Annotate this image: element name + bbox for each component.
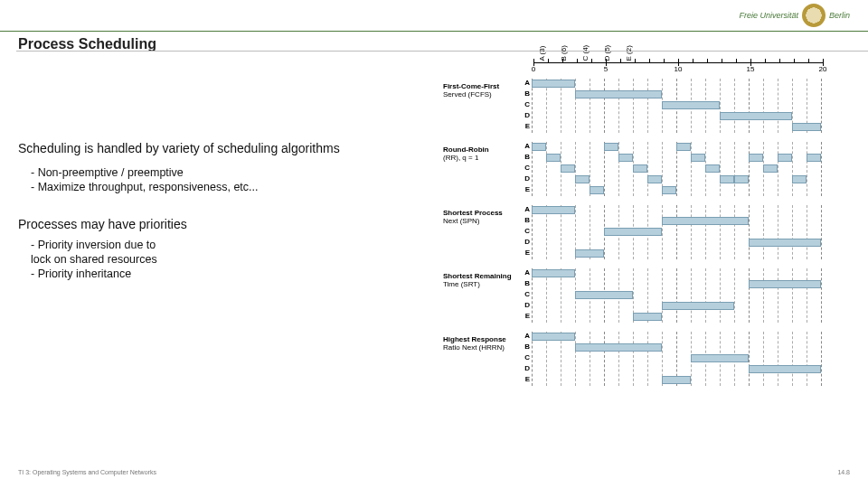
gantt-bar bbox=[662, 217, 749, 225]
row-label: E bbox=[523, 185, 530, 193]
university-logo: Freie Universität Berlin bbox=[739, 4, 850, 27]
schedule-name: Round-Robin(RR), q = 1 bbox=[443, 142, 532, 162]
gantt-row: A bbox=[532, 332, 821, 343]
gantt-row: D bbox=[532, 301, 821, 312]
bullets-1: - Non-preemptive / preemptive - Maximize… bbox=[18, 166, 416, 193]
schedule-block: Highest ResponseRatio Next (HRRN)ABCDE bbox=[443, 332, 850, 386]
gantt-row: C bbox=[532, 290, 821, 301]
gantt-bar bbox=[705, 164, 720, 173]
schedule-name: First-Come-FirstServed (FCFS) bbox=[443, 79, 532, 99]
gantt-grid: ABCDE bbox=[532, 142, 821, 196]
row-label: B bbox=[523, 216, 530, 224]
gantt-row: B bbox=[532, 343, 821, 353]
gantt-bar bbox=[662, 186, 676, 194]
gantt-row: D bbox=[532, 238, 821, 249]
job-label: C (4) bbox=[581, 52, 590, 61]
gantt-bar bbox=[691, 354, 749, 362]
row-label: C bbox=[523, 353, 530, 361]
job-label: A (3) bbox=[538, 52, 546, 61]
gantt-row: E bbox=[532, 185, 821, 196]
gantt-row: A bbox=[532, 205, 821, 216]
tick-label: 10 bbox=[675, 65, 683, 73]
schedule-block: First-Come-FirstServed (FCFS)ABCDE bbox=[443, 79, 850, 133]
gantt-row: E bbox=[532, 375, 821, 386]
schedules-container: First-Come-FirstServed (FCFS)ABCDERound-… bbox=[443, 79, 850, 386]
gantt-bar bbox=[792, 175, 807, 183]
gantt-bar bbox=[575, 343, 662, 352]
row-label: A bbox=[523, 268, 530, 277]
gantt-row: A bbox=[532, 79, 821, 89]
gantt-grid: ABCDE bbox=[532, 205, 821, 259]
row-label: D bbox=[523, 301, 530, 309]
gantt-bar bbox=[532, 206, 575, 214]
gantt-bar bbox=[532, 333, 575, 341]
row-label: B bbox=[523, 279, 530, 287]
gantt-row: B bbox=[532, 89, 821, 100]
gantt-bar bbox=[662, 376, 691, 384]
gantt-bar bbox=[618, 154, 633, 162]
schedule-block: Round-Robin(RR), q = 1ABCDE bbox=[443, 142, 850, 196]
gantt-row: A bbox=[532, 268, 821, 279]
gantt-bar bbox=[749, 154, 763, 162]
gantt-row: E bbox=[532, 312, 821, 323]
row-label: E bbox=[523, 249, 530, 257]
row-label: C bbox=[523, 290, 530, 298]
gantt-bar bbox=[763, 164, 778, 173]
gantt-row: C bbox=[532, 100, 821, 111]
gantt-grid: ABCDE bbox=[532, 268, 821, 323]
footer-left: TI 3: Operating Systems and Computer Net… bbox=[18, 469, 156, 475]
seal-icon bbox=[802, 4, 826, 27]
jobs-header: A (3)B (6)C (4)D (5)E (2) bbox=[537, 52, 850, 61]
tick-label: 5 bbox=[604, 65, 608, 73]
gantt-bar bbox=[662, 101, 720, 109]
row-label: A bbox=[523, 205, 530, 213]
job-label: B (6) bbox=[560, 52, 568, 61]
gantt-grid: ABCDE bbox=[532, 79, 821, 133]
gantt-bar bbox=[633, 164, 647, 173]
gantt-row: C bbox=[532, 227, 821, 238]
gantt-bar bbox=[749, 239, 821, 247]
job-label: E (2) bbox=[625, 52, 633, 61]
row-label: E bbox=[523, 122, 530, 130]
gantt-row: E bbox=[532, 249, 821, 259]
row-label: B bbox=[523, 89, 530, 98]
gantt-bar bbox=[734, 175, 749, 183]
row-label: E bbox=[523, 375, 530, 383]
footer-right: 14.8 bbox=[837, 469, 850, 475]
schedule-block: Shortest ProcessNext (SPN)ABCDE bbox=[443, 205, 850, 259]
gantt-bar bbox=[633, 313, 662, 321]
gantt-bar bbox=[604, 228, 662, 236]
gantt-bar bbox=[647, 175, 662, 183]
tick-label: 0 bbox=[532, 65, 535, 73]
gantt-bar bbox=[532, 143, 546, 151]
schedule-name: Highest ResponseRatio Next (HRRN) bbox=[443, 332, 532, 352]
gantt-row: B bbox=[532, 216, 821, 227]
row-label: D bbox=[523, 238, 530, 246]
gantt-bar bbox=[807, 154, 821, 162]
row-label: D bbox=[523, 111, 530, 119]
gantt-bar bbox=[749, 365, 821, 373]
row-label: A bbox=[523, 79, 530, 87]
bullets-2: - Priority inversion due to lock on shar… bbox=[18, 239, 416, 280]
row-label: D bbox=[523, 174, 530, 183]
content-body: Scheduling is handled by variety of sche… bbox=[18, 140, 416, 304]
schedule-block: Shortest RemainingTime (SRT)ABCDE bbox=[443, 268, 850, 323]
row-label: B bbox=[523, 153, 530, 161]
tick-label: 20 bbox=[819, 65, 827, 73]
gantt-bar bbox=[575, 291, 633, 299]
gantt-bar bbox=[532, 269, 575, 277]
gantt-row: D bbox=[532, 111, 821, 122]
gantt-row: C bbox=[532, 164, 821, 174]
gantt-row: D bbox=[532, 174, 821, 185]
header-divider bbox=[0, 31, 868, 32]
row-label: B bbox=[523, 343, 530, 351]
paragraph-1: Scheduling is handled by variety of sche… bbox=[18, 140, 416, 157]
row-label: C bbox=[523, 100, 530, 108]
gantt-bar bbox=[575, 90, 662, 99]
gantt-row: B bbox=[532, 279, 821, 290]
gantt-bar bbox=[778, 154, 792, 162]
gantt-bar bbox=[590, 186, 604, 194]
gantt-bar bbox=[720, 112, 792, 120]
row-label: A bbox=[523, 142, 530, 150]
gantt-row: D bbox=[532, 364, 821, 375]
